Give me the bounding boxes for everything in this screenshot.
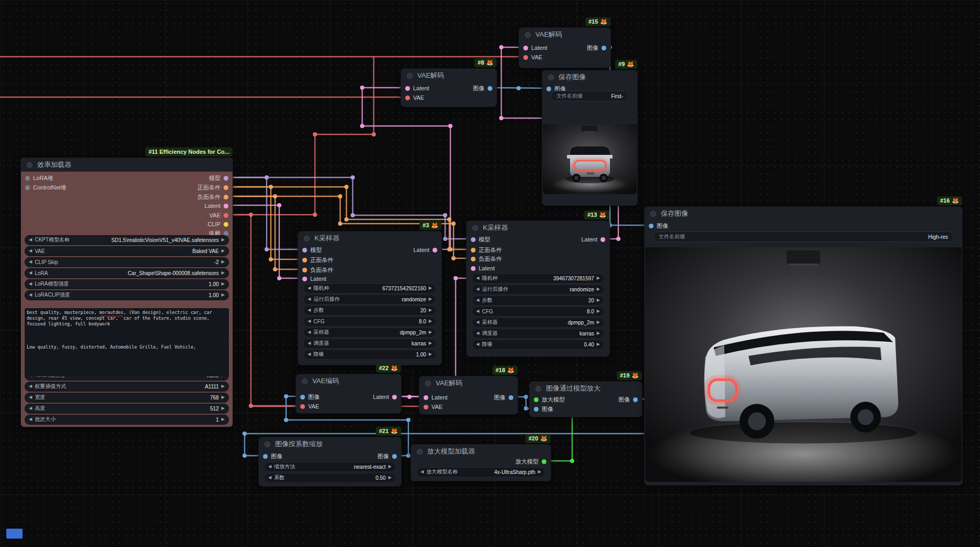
decrement-arrow-icon[interactable]: ◀ [29,260,32,264]
input-slot-图像[interactable]: 图像 [300,393,320,401]
reroute-dot[interactable] [517,86,521,90]
collapse-dot-icon[interactable] [304,236,310,241]
increment-arrow-icon[interactable]: ▶ [597,331,600,335]
widget-随机种[interactable]: ◀随机种673721542922160▶ [303,283,436,293]
increment-arrow-icon[interactable]: ▶ [222,293,225,297]
decrement-arrow-icon[interactable]: ◀ [476,309,479,313]
reroute-dot[interactable] [338,222,342,226]
slot-dot-icon[interactable] [224,185,228,190]
increment-arrow-icon[interactable]: ▶ [222,395,225,399]
slot-dot-icon[interactable] [302,277,307,281]
widget-CLIP Skip[interactable]: ◀CLIP Skip-2▶ [25,257,229,267]
slot-dot-icon[interactable] [471,248,476,253]
decrement-arrow-icon[interactable]: ◀ [268,465,271,469]
node-header[interactable]: VAE解码 [401,69,497,82]
slot-dot-icon[interactable] [405,96,410,100]
filename-prefix-field[interactable]: 文件名前缀First- [551,91,629,101]
reroute-dot[interactable] [243,454,247,458]
slot-dot-icon[interactable] [649,224,654,228]
increment-arrow-icon[interactable]: ▶ [597,276,600,280]
node-20-graph-node[interactable]: #20🦊放大模型加载器放大模型◀放大模型名称4x-UltraSharp.pth▶ [410,444,551,481]
output-slot-正面条件[interactable]: 正面条件 [197,183,228,192]
reroute-dot[interactable] [243,432,247,436]
input-slot-VAE[interactable]: VAE [424,403,442,411]
decrement-arrow-icon[interactable]: ◀ [29,417,32,422]
reroute-dot[interactable] [249,213,253,217]
input-slot-负面条件[interactable]: 负面条件 [471,255,502,263]
node-22-graph-node[interactable]: #22🦊VAE编码图像VAELatent [296,374,402,414]
widget-放大模型名称[interactable]: ◀放大模型名称4x-UltraSharp.pth▶ [416,467,545,477]
decrement-arrow-icon[interactable]: ◀ [476,287,479,291]
input-slot-模型[interactable]: 模型 [471,235,490,244]
node-header[interactable]: 保存图像 [542,70,637,84]
reroute-dot[interactable] [351,175,355,180]
node-9-graph-node[interactable]: #9🦊保存图像图像文件名前缀First- [542,70,638,206]
increment-arrow-icon[interactable]: ▶ [429,319,432,323]
slot-dot-icon[interactable] [542,459,546,464]
node-11-efficiency-loader[interactable]: #11 Efficiency Nodes for Co...效率加载器LoRA堆… [20,157,233,427]
node-header[interactable]: 放大模型加载器 [411,445,551,458]
increment-arrow-icon[interactable]: ▶ [222,260,225,264]
decrement-arrow-icon[interactable]: ◀ [308,352,311,356]
input-slot-VAE[interactable]: VAE [300,402,319,411]
widget-宽度[interactable]: ◀宽度768▶ [25,393,229,403]
reroute-dot[interactable] [313,132,317,136]
reroute-dot[interactable] [443,237,447,241]
widget-缩放方法[interactable]: ◀缩放方法nearest-exact▶ [264,462,396,472]
decrement-arrow-icon[interactable]: ◀ [420,470,424,474]
output-slot-VAE[interactable]: VAE [209,211,228,219]
node-header[interactable]: K采样器 [298,232,441,245]
node-header[interactable]: 效率加载器 [21,158,233,172]
reroute-dot[interactable] [499,116,503,120]
widget-CFG[interactable]: ◀CFG8.0▶ [472,307,604,317]
decrement-arrow-icon[interactable]: ◀ [308,330,311,334]
reroute-dot[interactable] [277,276,281,280]
collapse-dot-icon[interactable] [302,378,308,384]
decrement-arrow-icon[interactable]: ◀ [29,282,32,286]
negative-prompt-textarea[interactable]: Low quality, fuzzy, distorted, Automobil… [25,343,229,376]
increment-arrow-icon[interactable]: ▶ [222,417,225,422]
reroute-dot[interactable] [351,213,355,217]
node-15-graph-node[interactable]: #15🦊VAE解码LatentVAE图像 [519,27,611,68]
node-header[interactable]: 保存图像 [645,207,962,220]
input-slot-图像[interactable]: 图像 [649,222,668,230]
reroute-dot[interactable] [451,256,456,260]
node-graph-canvas[interactable]: #11 Efficiency Nodes for Co...效率加载器LoRA堆… [0,0,980,547]
decrement-arrow-icon[interactable]: ◀ [29,249,32,253]
decrement-arrow-icon[interactable]: ◀ [308,341,311,345]
reroute-dot[interactable] [284,394,288,398]
output-slot-CLIP[interactable]: CLIP [208,220,228,228]
decrement-arrow-icon[interactable]: ◀ [476,320,479,324]
increment-arrow-icon[interactable]: ▶ [388,476,392,480]
decrement-arrow-icon[interactable]: ◀ [29,395,32,399]
reroute-dot[interactable] [448,124,452,128]
slot-dot-icon[interactable] [633,397,638,402]
slot-dot-icon[interactable] [302,268,307,272]
increment-arrow-icon[interactable]: ▶ [222,249,225,253]
node-21-graph-node[interactable]: #21🦊图像按系数缩放图像图像◀缩放方法nearest-exact▶◀系数0.5… [258,437,402,487]
reroute-dot[interactable] [447,217,451,222]
reroute-dot[interactable] [273,267,277,271]
widget-批次大小[interactable]: ◀批次大小1▶ [25,415,229,425]
input-slot-图像[interactable]: 图像 [263,452,282,460]
decrement-arrow-icon[interactable]: ◀ [308,308,311,312]
output-slot-图像[interactable]: 图像 [473,84,492,92]
reroute-dot[interactable] [524,395,528,399]
widget-随机种[interactable]: ◀随机种39467307281597▶ [472,274,604,283]
slot-dot-icon[interactable] [424,395,428,400]
input-slot-负面条件[interactable]: 负面条件 [302,266,333,274]
minimized-node-box[interactable] [6,529,23,539]
slot-dot-icon[interactable] [523,46,528,50]
reroute-dot[interactable] [284,418,288,422]
node-16-graph-node[interactable]: #16🦊保存图像图像文件名前缀High-res [644,206,963,486]
input-slot-Latent[interactable]: Latent [471,264,495,272]
collapse-dot-icon[interactable] [417,449,423,455]
decrement-arrow-icon[interactable]: ◀ [268,476,271,480]
reroute-dot[interactable] [447,247,451,251]
increment-arrow-icon[interactable]: ▶ [429,330,432,334]
widget-CKPT模型名称[interactable]: ◀CKPT模型名称SD1.5\realisticVisionV51_v40VAE… [25,235,229,245]
reroute-dot[interactable] [360,124,364,128]
decrement-arrow-icon[interactable]: ◀ [29,384,32,388]
slot-dot-icon[interactable] [25,176,30,181]
collapse-dot-icon[interactable] [425,381,431,386]
